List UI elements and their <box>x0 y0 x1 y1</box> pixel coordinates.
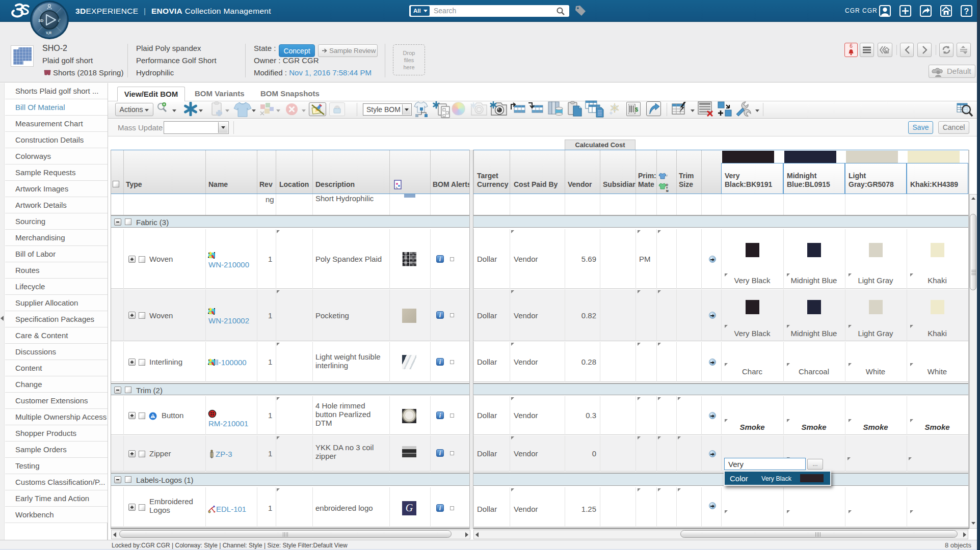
svg-text:i': i' <box>58 18 61 23</box>
svg-text:/: / <box>667 174 668 177</box>
svg-text:$: $ <box>635 106 638 113</box>
svg-text:V,R: V,R <box>46 31 51 35</box>
svg-text:3D: 3D <box>38 18 43 23</box>
svg-text:M: M <box>666 189 669 193</box>
